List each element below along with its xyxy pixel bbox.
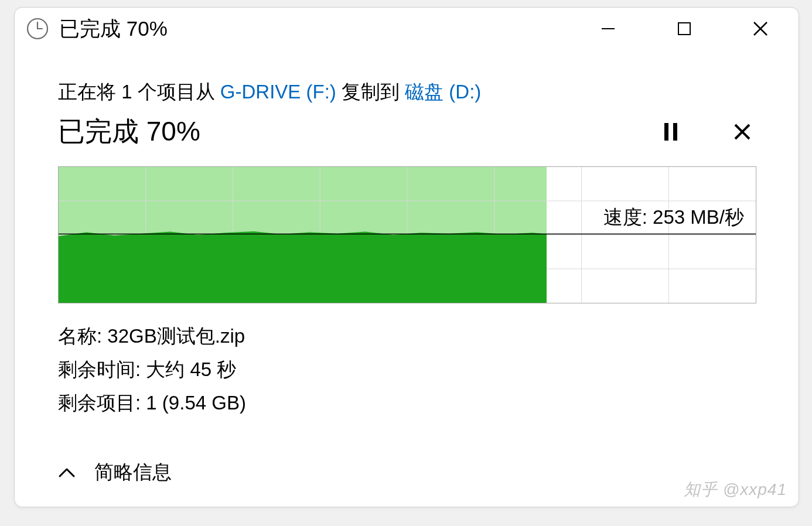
titlebar: 已完成 70% (15, 8, 799, 50)
items-label: 剩余项目: (58, 392, 146, 414)
name-label: 名称: (58, 325, 107, 347)
details-toggle[interactable]: 简略信息 (58, 459, 172, 486)
detail-time-remaining: 剩余时间: 大约 45 秒 (58, 354, 760, 385)
clock-icon (25, 16, 50, 41)
transfer-details: 名称: 32GB测试包.zip 剩余时间: 大约 45 秒 剩余项目: 1 (9… (58, 321, 760, 418)
copy-description: 正在将 1 个项目从 G-DRIVE (F:) 复制到 磁盘 (D:) (58, 79, 760, 105)
detail-name: 名称: 32GB测试包.zip (58, 321, 760, 352)
dest-drive-link[interactable]: 磁盘 (D:) (405, 81, 481, 103)
toggle-label: 简略信息 (94, 459, 172, 486)
minimize-button[interactable] (570, 8, 646, 50)
chevron-up-icon (58, 464, 76, 481)
copy-prefix: 正在将 1 个项目从 (58, 81, 220, 103)
speed-label: 速度: 253 MB/秒 (603, 204, 744, 231)
maximize-button[interactable] (646, 8, 722, 50)
source-drive-link[interactable]: G-DRIVE (F:) (220, 81, 336, 103)
time-value: 大约 45 秒 (146, 358, 236, 380)
progress-headline: 已完成 70% (58, 114, 200, 150)
headline-row: 已完成 70% (58, 114, 760, 150)
svg-rect-7 (664, 123, 668, 141)
detail-items-remaining: 剩余项目: 1 (9.54 GB) (58, 388, 760, 419)
copy-middle: 复制到 (336, 81, 405, 103)
svg-rect-4 (678, 23, 690, 35)
window-title: 已完成 70% (59, 15, 168, 43)
window-controls (570, 8, 799, 50)
svg-rect-8 (673, 123, 677, 141)
items-value: 1 (9.54 GB) (146, 392, 246, 414)
name-value: 32GB测试包.zip (107, 325, 245, 347)
headline-actions (659, 120, 760, 144)
content-area: 正在将 1 个项目从 G-DRIVE (F:) 复制到 磁盘 (D:) 已完成 … (15, 50, 799, 418)
cancel-button[interactable] (731, 120, 754, 144)
pause-button[interactable] (659, 120, 683, 144)
close-window-button[interactable] (722, 8, 799, 50)
svg-marker-22 (59, 231, 547, 303)
speed-chart: 速度: 253 MB/秒 (58, 166, 756, 303)
watermark: 知乎 @xxp41 (684, 479, 787, 501)
time-label: 剩余时间: (58, 358, 146, 380)
copy-dialog-window: 已完成 70% 正在将 1 个项目从 G-DRIVE (F:) 复制到 磁盘 (… (14, 7, 799, 507)
